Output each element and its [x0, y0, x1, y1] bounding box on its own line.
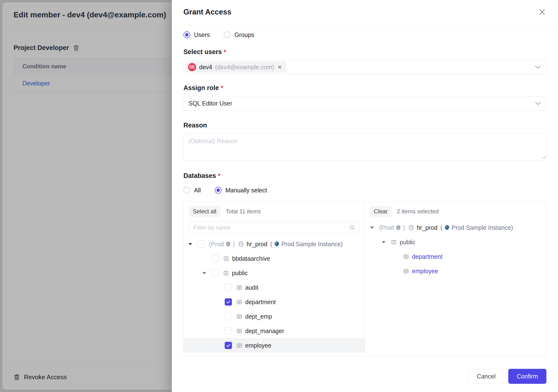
- assign-role-label: Assign role *: [183, 84, 546, 92]
- radio-all-control[interactable]: [183, 187, 190, 194]
- schema-icon: [223, 270, 229, 276]
- grant-access-title: Grant Access: [183, 8, 231, 17]
- selected-table-link[interactable]: department: [412, 253, 442, 260]
- table-icon: [403, 254, 409, 260]
- transfer-selected-pane: Clear 2 items selected (Prod ): [365, 201, 546, 356]
- selected-tree: (Prod ) hr_prod ( Prod Sample: [365, 220, 546, 356]
- caret-down-icon[interactable]: [382, 241, 385, 243]
- chip-remove-icon[interactable]: [277, 64, 282, 70]
- tree-row-schema-bbdataarchive[interactable]: bbdataarchive: [184, 251, 365, 266]
- tree-row-table-department[interactable]: department: [365, 249, 546, 264]
- assign-role-select[interactable]: SQL Editor User: [183, 96, 546, 111]
- reason-textarea[interactable]: [183, 133, 546, 160]
- grant-access-body: Users Groups Select users * DE dev4 (dev…: [172, 28, 558, 356]
- selected-pane-header: Clear 2 items selected: [365, 201, 546, 217]
- tree-row-table-department[interactable]: department: [184, 295, 365, 309]
- database-icon: [238, 241, 244, 247]
- radio-groups-control[interactable]: [224, 31, 230, 38]
- select-all-button[interactable]: Select all: [189, 206, 220, 217]
- databases-mode-radio-group: All Manually select: [183, 184, 546, 196]
- caret-down-icon[interactable]: [189, 243, 192, 245]
- database-transfer-panel: Select all Total 11 items (Prod: [183, 201, 546, 356]
- radio-users[interactable]: Users: [183, 31, 210, 38]
- radio-all-label: All: [194, 187, 201, 194]
- confirm-button[interactable]: Confirm: [508, 369, 546, 384]
- table-icon: [236, 342, 242, 348]
- tree-row-schema-public[interactable]: public: [184, 266, 365, 280]
- table-icon: [236, 328, 242, 334]
- table-icon: [403, 268, 409, 274]
- grant-access-footer: Cancel Confirm: [172, 362, 558, 392]
- user-chip: DE dev4 (dev4@example.com): [187, 62, 286, 72]
- checkbox[interactable]: [225, 313, 232, 320]
- checkbox-checked[interactable]: [225, 298, 232, 305]
- table-icon: [236, 314, 242, 320]
- radio-manually-select-label: Manually select: [226, 187, 267, 194]
- checkbox[interactable]: [212, 255, 219, 262]
- filter-input[interactable]: [189, 221, 359, 234]
- checkbox-checked[interactable]: [225, 342, 232, 349]
- radio-groups-label: Groups: [234, 31, 254, 38]
- grant-access-modal: Grant Access Users Groups Select users *…: [172, 0, 558, 392]
- required-mark: *: [218, 172, 220, 179]
- databases-label: Databases *: [183, 172, 546, 180]
- reason-label: Reason: [183, 122, 546, 129]
- chip-user-name: dev4: [199, 64, 212, 71]
- chevron-down-icon: [535, 102, 541, 105]
- tree-row-table-employee[interactable]: employee: [184, 338, 365, 353]
- required-mark: *: [224, 49, 226, 55]
- close-icon[interactable]: [538, 8, 546, 17]
- assign-role-value: SQL Editor User: [187, 100, 232, 107]
- select-users-input[interactable]: DE dev4 (dev4@example.com): [183, 60, 546, 74]
- caret-down-icon[interactable]: [370, 227, 374, 229]
- shield-icon: [395, 225, 401, 231]
- table-icon: [236, 285, 242, 291]
- schema-icon: [391, 239, 397, 245]
- tree-row-schema-public[interactable]: public: [365, 235, 546, 249]
- caret-down-icon[interactable]: [202, 272, 206, 274]
- avatar: DE: [188, 63, 196, 71]
- selected-count-label: 2 items selected: [397, 208, 438, 215]
- postgresql-icon: [444, 225, 450, 231]
- radio-users-control[interactable]: [183, 31, 190, 38]
- checkbox[interactable]: [225, 284, 232, 291]
- source-pane-header: Select all Total 11 items: [184, 201, 365, 217]
- total-items-label: Total 11 items: [226, 208, 261, 215]
- tree-row-database-hr_prod[interactable]: (Prod ) hr_prod ( Prod Sample: [365, 220, 546, 235]
- cancel-button[interactable]: Cancel: [469, 369, 504, 384]
- source-tree: (Prod ) hr_prod ( Prod Sample: [184, 237, 365, 356]
- required-mark: *: [221, 85, 223, 91]
- grant-access-header: Grant Access: [172, 0, 558, 24]
- schema-icon: [223, 256, 229, 262]
- radio-all[interactable]: All: [183, 187, 201, 194]
- filter-wrap: [189, 221, 359, 234]
- postgresql-icon: [274, 241, 280, 247]
- radio-users-label: Users: [194, 31, 210, 38]
- shield-icon: [225, 241, 231, 247]
- radio-manually-select-control[interactable]: [215, 187, 222, 194]
- tree-row-table-dept_manager[interactable]: dept_manager: [184, 324, 365, 338]
- tree-row-table-dept_emp[interactable]: dept_emp: [184, 309, 365, 324]
- tree-row-table-audit[interactable]: audit: [184, 280, 365, 295]
- search-icon: [349, 225, 355, 231]
- tree-row-database-hr_prod[interactable]: (Prod ) hr_prod ( Prod Sample: [184, 237, 365, 251]
- resize-handle[interactable]: [541, 155, 545, 159]
- checkbox[interactable]: [225, 327, 232, 335]
- chip-user-email: (dev4@example.com): [215, 64, 274, 71]
- scope-radio-group: Users Groups: [183, 28, 546, 42]
- table-icon: [236, 299, 242, 305]
- reason-field-wrap: [183, 133, 546, 160]
- transfer-source-pane: Select all Total 11 items (Prod: [184, 201, 365, 356]
- database-icon: [408, 225, 414, 231]
- clear-button[interactable]: Clear: [370, 206, 392, 217]
- selected-table-link[interactable]: employee: [412, 268, 438, 275]
- radio-manually-select[interactable]: Manually select: [215, 187, 267, 194]
- checkbox[interactable]: [211, 269, 219, 277]
- chevron-down-icon: [535, 65, 541, 69]
- select-users-label: Select users *: [183, 48, 546, 56]
- checkbox[interactable]: [197, 240, 205, 248]
- radio-groups[interactable]: Groups: [224, 31, 254, 38]
- tree-row-table-employee[interactable]: employee: [365, 264, 546, 278]
